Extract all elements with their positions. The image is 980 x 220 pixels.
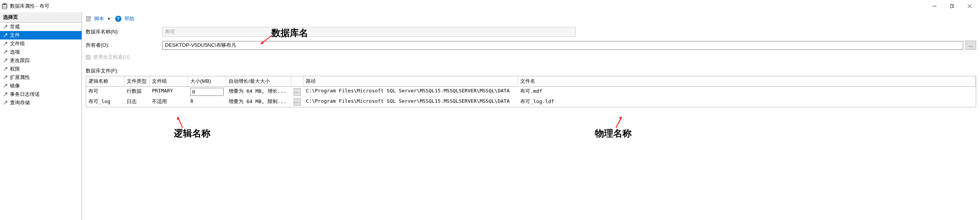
- cell-group: PRIMARY: [150, 87, 188, 97]
- table-row[interactable]: 布可行数据PRIMARY增量为 64 MB, 增长......C:\Progra…: [86, 87, 976, 97]
- sidebar-item-5[interactable]: 权限: [0, 65, 82, 73]
- owner-label: 所有者(O):: [86, 42, 162, 49]
- help-icon: ?: [115, 16, 121, 22]
- arrow-physical: [614, 115, 626, 129]
- sidebar-item-3[interactable]: 选项: [0, 48, 82, 56]
- sidebar: 选择页 常规文件文件组选项更改跟踪权限扩展属性镜像事务日志传送查询存储: [0, 12, 82, 220]
- svg-point-0: [2, 3, 7, 5]
- window-controls: [926, 0, 978, 12]
- owner-row: 所有者(O): ...: [86, 41, 976, 50]
- sidebar-item-2[interactable]: 文件组: [0, 39, 82, 48]
- sidebar-item-label: 文件组: [10, 40, 25, 47]
- col-autogrow-btn-header: [291, 76, 304, 86]
- script-button[interactable]: 脚本: [94, 15, 104, 22]
- cell-path: C:\Program Files\Microsoft SQL Server\MS…: [304, 87, 518, 97]
- col-autogrow-header[interactable]: 自动增长/最大大小: [226, 76, 291, 86]
- dbname-row: 数据库名称(N): 布可: [86, 27, 976, 37]
- cell-size: 8: [188, 97, 226, 107]
- fulltext-checkbox: [86, 55, 91, 60]
- cell-group: 不适用: [150, 97, 188, 107]
- wrench-icon: [3, 92, 8, 97]
- window-title: 数据库属性 - 布可: [10, 3, 926, 10]
- sidebar-header: 选择页: [0, 12, 82, 23]
- title-bar: 数据库属性 - 布可: [0, 0, 980, 12]
- wrench-icon: [3, 41, 8, 46]
- col-size-header[interactable]: 大小(MB): [188, 76, 226, 86]
- script-icon: [86, 16, 92, 22]
- grid-header: 逻辑名称 文件类型 文件组 大小(MB) 自动增长/最大大小 路径 文件名: [86, 76, 976, 87]
- sidebar-item-label: 权限: [10, 66, 20, 72]
- help-button[interactable]: 帮助: [124, 15, 134, 22]
- cell-logical: 布可_log: [86, 97, 124, 107]
- sidebar-item-label: 事务日志传送: [10, 91, 40, 98]
- col-logical-header[interactable]: 逻辑名称: [86, 76, 124, 86]
- annotation-physical: 物理名称: [595, 127, 632, 140]
- sidebar-item-label: 查询存储: [10, 99, 30, 106]
- sidebar-item-8[interactable]: 事务日志传送: [0, 90, 82, 99]
- minimize-button[interactable]: [926, 0, 943, 12]
- cell-autogrow: 增量为 64 MB, 限制...: [226, 97, 291, 107]
- sidebar-item-6[interactable]: 扩展属性: [0, 73, 82, 82]
- sidebar-item-9[interactable]: 查询存储: [0, 99, 82, 107]
- col-filename-header[interactable]: 文件名: [518, 76, 976, 86]
- svg-rect-1: [950, 5, 953, 8]
- wrench-icon: [3, 100, 8, 105]
- cell-filename: 布可_log.ldf: [518, 97, 976, 107]
- col-group-header[interactable]: 文件组: [150, 76, 188, 86]
- cell-filename: 布可.mdf: [518, 87, 976, 97]
- sidebar-item-1[interactable]: 文件: [0, 31, 82, 39]
- wrench-icon: [3, 33, 8, 38]
- sidebar-item-0[interactable]: 常规: [0, 23, 82, 31]
- fulltext-label: 使用全文检索(U): [93, 54, 130, 61]
- dbname-field: 布可: [162, 27, 576, 37]
- wrench-icon: [3, 49, 8, 55]
- sidebar-item-label: 文件: [10, 32, 20, 39]
- toolbar: 脚本 ▼ ? 帮助: [86, 14, 976, 25]
- autogrow-edit-button[interactable]: ...: [294, 88, 301, 96]
- sidebar-item-7[interactable]: 镜像: [0, 82, 82, 90]
- cell-size: [188, 87, 226, 97]
- cell-autogrow: 增量为 64 MB, 增长...: [226, 87, 291, 97]
- database-icon: [2, 3, 8, 9]
- cell-type: 行数据: [124, 87, 150, 97]
- owner-field[interactable]: [162, 41, 963, 50]
- cell-logical: 布可: [86, 87, 124, 97]
- table-row[interactable]: 布可_log日志不适用8增量为 64 MB, 限制......C:\Progra…: [86, 97, 976, 107]
- wrench-icon: [3, 66, 8, 72]
- autogrow-edit-button[interactable]: ...: [294, 98, 301, 106]
- col-type-header[interactable]: 文件类型: [124, 76, 150, 86]
- script-dropdown-arrow[interactable]: ▼: [107, 17, 111, 21]
- wrench-icon: [3, 24, 8, 30]
- sidebar-item-label: 镜像: [10, 82, 20, 89]
- close-button[interactable]: [961, 0, 978, 12]
- sidebar-item-label: 更改跟踪: [10, 57, 30, 64]
- owner-browse-button[interactable]: ...: [965, 41, 976, 50]
- wrench-icon: [3, 83, 8, 89]
- sidebar-item-label: 扩展属性: [10, 74, 30, 81]
- cell-autogrow-btn: ...: [291, 87, 304, 97]
- maximize-button[interactable]: [943, 0, 961, 12]
- annotation-logical: 逻辑名称: [174, 127, 211, 140]
- size-input[interactable]: [190, 88, 224, 96]
- cell-autogrow-btn: ...: [291, 97, 304, 107]
- wrench-icon: [3, 75, 8, 80]
- arrow-logical: [176, 115, 187, 129]
- dbname-label: 数据库名称(N):: [86, 28, 162, 35]
- sidebar-item-4[interactable]: 更改跟踪: [0, 56, 82, 65]
- cell-type: 日志: [124, 97, 150, 107]
- files-grid: 逻辑名称 文件类型 文件组 大小(MB) 自动增长/最大大小 路径 文件名 布可…: [86, 76, 976, 107]
- wrench-icon: [3, 58, 8, 63]
- files-section-label: 数据库文件(F):: [86, 67, 976, 74]
- cell-path: C:\Program Files\Microsoft SQL Server\MS…: [304, 97, 518, 107]
- content-pane: 脚本 ▼ ? 帮助 数据库名称(N): 布可 所有者(O): ... 使用全文检…: [82, 12, 980, 220]
- sidebar-item-label: 常规: [10, 23, 20, 30]
- col-path-header[interactable]: 路径: [304, 76, 518, 86]
- sidebar-item-label: 选项: [10, 49, 20, 56]
- fulltext-row: 使用全文检索(U): [86, 54, 976, 61]
